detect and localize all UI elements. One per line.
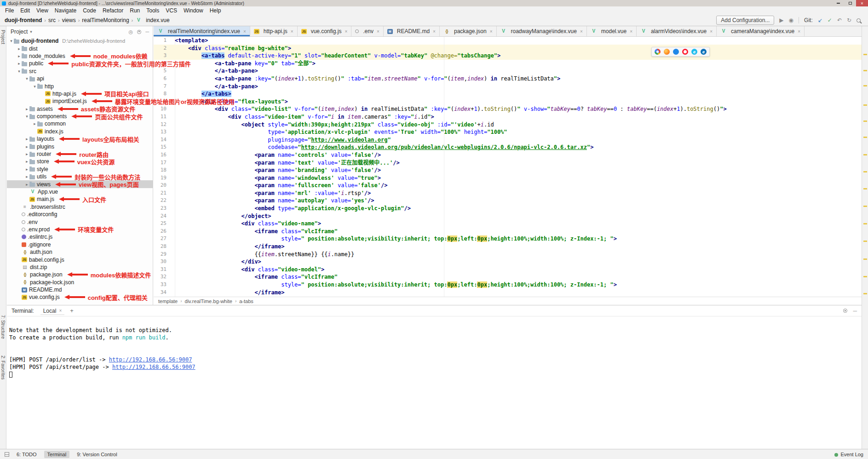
tree-row[interactable]: ▸node_modulesnode_modules依赖 bbox=[7, 52, 153, 60]
opera-icon[interactable] bbox=[682, 49, 688, 55]
right-strip[interactable] bbox=[862, 26, 868, 449]
terminal-link[interactable]: http://192.168.66.56:9007 bbox=[109, 356, 192, 363]
chevron-right-icon[interactable]: ▸ bbox=[17, 46, 22, 51]
terminal-output[interactable]: Note that the development build is not o… bbox=[7, 316, 862, 378]
editor-tab[interactable]: JShttp-api.js× bbox=[250, 26, 298, 36]
chevron-right-icon[interactable]: ▸ bbox=[24, 182, 29, 187]
line-number[interactable]: 26 bbox=[154, 228, 169, 235]
editor-tab[interactable]: VcameraManage\index.vue× bbox=[717, 26, 805, 36]
breadcrumb-item[interactable]: views bbox=[62, 17, 76, 23]
safari-icon[interactable] bbox=[673, 49, 679, 55]
close-icon[interactable]: × bbox=[710, 29, 713, 34]
editor-tab[interactable]: VroadwayManage\index.vue× bbox=[497, 26, 587, 36]
line-number[interactable]: 22 bbox=[154, 197, 169, 205]
tree-row[interactable]: .env bbox=[7, 218, 153, 225]
close-icon[interactable]: × bbox=[291, 29, 293, 34]
code-line[interactable]: 9 <div class="flex-layouts"> bbox=[154, 98, 862, 106]
project-panel-title[interactable]: Project bbox=[11, 29, 28, 35]
chevron-right-icon[interactable]: ▸ bbox=[24, 159, 29, 164]
menu-item-run[interactable]: Run bbox=[126, 7, 143, 14]
code-line[interactable]: 33 style=" position:absolute;visibility:… bbox=[154, 281, 862, 289]
tree-row[interactable]: .editorconfig bbox=[7, 211, 153, 218]
line-number[interactable]: 30 bbox=[154, 258, 169, 266]
ie-icon[interactable]: e bbox=[691, 49, 697, 55]
code-line[interactable]: 8 </a-tabs> bbox=[154, 90, 862, 98]
tree-row[interactable]: JSindex.js bbox=[7, 128, 153, 135]
breadcrumb-item[interactable]: duoji-frontend bbox=[5, 17, 42, 23]
code-line[interactable]: 24 </object> bbox=[154, 212, 862, 220]
tree-row[interactable]: ▸storevuex公共资源 bbox=[7, 158, 153, 165]
code-line[interactable]: 27 style=" position:absolute;visibility:… bbox=[154, 235, 862, 243]
line-number[interactable]: 19 bbox=[154, 174, 169, 182]
tree-row[interactable]: ▸style bbox=[7, 166, 153, 173]
menu-item-help[interactable]: Help bbox=[207, 7, 224, 14]
line-number[interactable]: 7 bbox=[154, 83, 169, 91]
firefox-icon[interactable] bbox=[664, 49, 670, 55]
code-line[interactable]: 26 <iframe class="vlcIframe" bbox=[154, 228, 862, 235]
tree-row[interactable]: ▸routerrouter路由 bbox=[7, 150, 153, 158]
hide-panel-icon[interactable]: ─ bbox=[145, 29, 149, 34]
code-editor[interactable]: 1<template>2 <div class="realTime bg-whi… bbox=[154, 37, 862, 297]
line-number[interactable]: 14 bbox=[154, 136, 169, 144]
terminal-tab-local[interactable]: Local × bbox=[40, 307, 65, 315]
code-line[interactable]: 21 <param name='mrl' :value='i.rtsp'/> bbox=[154, 189, 862, 197]
chevron-down-icon[interactable]: ▾ bbox=[32, 84, 37, 89]
close-icon[interactable]: × bbox=[59, 308, 62, 313]
code-line[interactable]: 32 <iframe class="vlcIframe" bbox=[154, 273, 862, 281]
run-icon[interactable]: ▶ bbox=[779, 17, 783, 23]
chevron-down-icon[interactable]: ▾ bbox=[17, 69, 22, 74]
menu-item-vcs[interactable]: VCS bbox=[162, 7, 180, 14]
project-tool-button[interactable]: Project bbox=[0, 30, 6, 44]
code-line[interactable]: 25 <div class="video-name"> bbox=[154, 220, 862, 228]
edge-icon[interactable]: e bbox=[701, 49, 707, 55]
statusbar-item[interactable]: 9: Version Control bbox=[77, 452, 117, 457]
tree-row[interactable]: JShttp-api.js项目相关api接口 bbox=[7, 90, 153, 98]
tree-row[interactable]: JSvue.config.jsconfig配置、代理相关 bbox=[7, 293, 153, 301]
tree-row[interactable]: VApp.vue bbox=[7, 188, 153, 195]
maximize-button[interactable] bbox=[844, 0, 856, 6]
code-line[interactable]: 30 </div> bbox=[154, 258, 862, 266]
editor-tab[interactable]: MREADME.md× bbox=[384, 26, 440, 36]
code-line[interactable]: 5 </a-tab-pane> bbox=[154, 67, 862, 75]
close-icon[interactable]: × bbox=[630, 29, 632, 34]
line-number[interactable]: 12 bbox=[154, 121, 169, 129]
code-line[interactable]: 13 type='application/x-vlc-plugin' event… bbox=[154, 128, 862, 136]
editor-tab[interactable]: ValarmVideos\index.vue× bbox=[637, 26, 717, 36]
tree-row[interactable]: {}auth.json bbox=[7, 248, 153, 256]
code-line[interactable]: 6 <a-tab-pane :key="(index+1).toString()… bbox=[154, 75, 862, 83]
menu-item-window[interactable]: Window bbox=[180, 7, 207, 14]
code-line[interactable]: 12 <object style="width:390px;height:219… bbox=[154, 121, 862, 129]
line-number[interactable]: 20 bbox=[154, 182, 169, 189]
code-line[interactable]: 29 {{item.streetName}} {{i.name}} bbox=[154, 251, 862, 258]
close-icon[interactable]: × bbox=[798, 29, 800, 34]
code-line[interactable]: 15 codebase="http://downloads.videolan.o… bbox=[154, 143, 862, 151]
line-number[interactable]: 15 bbox=[154, 143, 169, 151]
tree-row[interactable]: ▸publicpublic资源文件夹，一般放引用的第三方插件 bbox=[7, 60, 153, 67]
tree-row[interactable]: ▸dist bbox=[7, 45, 153, 52]
tree-row[interactable]: {}package-lock.json bbox=[7, 279, 153, 286]
breadcrumb-item[interactable]: div.realTime.bg-white bbox=[185, 298, 232, 304]
code-line[interactable]: 18 <param name='branding' value='false'/… bbox=[154, 166, 862, 174]
line-number[interactable]: 34 bbox=[154, 289, 169, 297]
line-number[interactable]: 5 bbox=[154, 67, 169, 75]
breadcrumb-item[interactable]: src bbox=[48, 17, 56, 23]
editor-tab[interactable]: VrealTimeMonitoring\index.vue× bbox=[154, 26, 250, 36]
gear-icon[interactable] bbox=[843, 309, 847, 313]
tree-row[interactable]: ≡.browserslistrc bbox=[7, 203, 153, 211]
tree-row[interactable]: ▾src bbox=[7, 68, 153, 75]
tree-row[interactable]: ▸utils封装的一些公共函数方法 bbox=[7, 173, 153, 180]
editor-tab[interactable]: Vmodel.vue× bbox=[587, 26, 637, 36]
line-number[interactable]: 2 bbox=[154, 45, 169, 52]
code-line[interactable]: 2 <div class="realTime bg-white"> bbox=[154, 45, 862, 52]
tree-row[interactable]: ▾components页面公共组件文件 bbox=[7, 113, 153, 120]
tree-row[interactable]: ▸common bbox=[7, 120, 153, 127]
line-number[interactable]: 1 bbox=[154, 37, 169, 45]
code-line[interactable]: 14 pluginspage="http://www.videolan.org" bbox=[154, 136, 862, 144]
menu-item-file[interactable]: File bbox=[2, 7, 17, 14]
line-number[interactable]: 27 bbox=[154, 235, 169, 243]
line-number[interactable]: 17 bbox=[154, 159, 169, 167]
menu-item-refactor[interactable]: Refactor bbox=[99, 7, 126, 14]
breadcrumb-item[interactable]: a-tabs bbox=[239, 298, 253, 304]
git-history-icon[interactable]: ↻ bbox=[847, 17, 851, 23]
breadcrumb-item[interactable]: index.vue bbox=[146, 17, 169, 23]
